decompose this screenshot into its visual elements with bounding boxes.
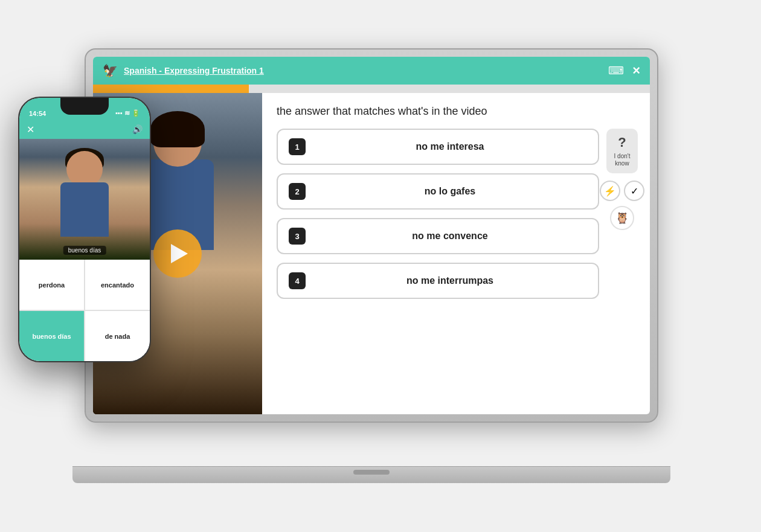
phone-video-area: buenos días bbox=[19, 139, 150, 260]
answer-number-2: 2 bbox=[289, 183, 306, 200]
check-icon: ✓ bbox=[631, 185, 638, 197]
answer-text-2: no lo gafes bbox=[313, 186, 587, 197]
phone-body: 14:54 ▪▪▪ ≋ 🔋 ✕ 🔊 buenos días bbox=[18, 97, 151, 362]
app-header-right: ⌨ × bbox=[608, 63, 640, 79]
app-title[interactable]: Spanish - Expressing Frustration 1 bbox=[124, 66, 264, 75]
phone-speaker-icon[interactable]: 🔊 bbox=[132, 124, 143, 134]
answer-text-4: no me interrumpas bbox=[313, 275, 587, 286]
phone-person-head bbox=[66, 151, 103, 187]
phone-answer-4[interactable]: de nada bbox=[85, 311, 150, 361]
phone: 14:54 ▪▪▪ ≋ 🔋 ✕ 🔊 buenos días bbox=[18, 97, 151, 362]
progress-bar-fill bbox=[93, 85, 249, 93]
answer-option-2[interactable]: 2 no lo gafes bbox=[277, 173, 599, 210]
laptop-notch bbox=[353, 470, 390, 475]
phone-app-bar: ✕ 🔊 bbox=[19, 120, 150, 139]
scene: 🦅 Spanish - Expressing Frustration 1 ⌨ × bbox=[0, 0, 761, 532]
answer-option-1[interactable]: 1 no me interesa bbox=[277, 129, 599, 165]
streak-owl-btn[interactable]: 🦉 bbox=[610, 206, 634, 230]
dont-know-button[interactable]: ? I don't know bbox=[606, 129, 638, 173]
quiz-instruction: the answer that matches what's in the vi… bbox=[277, 105, 638, 118]
dont-know-label: I don't know bbox=[610, 153, 634, 167]
phone-answer-text-1: perdona bbox=[39, 281, 65, 289]
phone-answer-1[interactable]: perdona bbox=[19, 260, 84, 310]
app-header: 🦅 Spanish - Expressing Frustration 1 ⌨ × bbox=[93, 57, 650, 85]
app-content: the answer that matches what's in the vi… bbox=[93, 93, 650, 414]
phone-answers-area: perdona encantado buenos días de nada bbox=[19, 260, 150, 361]
phone-caption: buenos días bbox=[63, 246, 106, 255]
phone-screen: 14:54 ▪▪▪ ≋ 🔋 ✕ 🔊 buenos días bbox=[19, 98, 150, 361]
phone-answer-3[interactable]: buenos días bbox=[19, 311, 84, 361]
keyboard-icon[interactable]: ⌨ bbox=[608, 64, 624, 77]
person-hair bbox=[150, 111, 205, 147]
app-logo-icon: 🦅 bbox=[103, 63, 118, 78]
help-column: ? I don't know ⚡ bbox=[606, 129, 638, 402]
phone-answer-2[interactable]: encantado bbox=[85, 260, 150, 310]
question-mark-icon: ? bbox=[618, 135, 626, 150]
app-header-left: 🦅 Spanish - Expressing Frustration 1 bbox=[103, 63, 264, 78]
play-button[interactable] bbox=[153, 229, 202, 278]
laptop-screen: 🦅 Spanish - Expressing Frustration 1 ⌨ × bbox=[93, 57, 650, 414]
phone-person-body bbox=[60, 182, 109, 237]
lightning-icon: ⚡ bbox=[604, 185, 616, 197]
progress-bar-container bbox=[93, 85, 650, 93]
check-icon-btn[interactable]: ✓ bbox=[624, 181, 644, 201]
answer-number-4: 4 bbox=[289, 272, 306, 289]
play-icon bbox=[171, 244, 188, 263]
side-icon-row: ⚡ ✓ bbox=[600, 181, 644, 201]
owl-icon: 🦉 bbox=[615, 211, 629, 225]
answers-list: 1 no me interesa 2 no lo gafes 3 bbox=[277, 129, 599, 402]
phone-answer-text-3: buenos días bbox=[32, 333, 71, 340]
answer-text-1: no me interesa bbox=[313, 141, 587, 152]
answer-option-4[interactable]: 4 no me interrumpas bbox=[277, 263, 599, 299]
phone-answer-text-2: encantado bbox=[101, 281, 134, 289]
laptop-base bbox=[72, 466, 670, 483]
lightning-icon-btn[interactable]: ⚡ bbox=[600, 181, 620, 201]
answer-text-3: no me convence bbox=[313, 231, 587, 242]
phone-answer-text-4: de nada bbox=[105, 333, 130, 340]
side-icons: ⚡ ✓ 🦉 bbox=[600, 181, 644, 230]
phone-time: 14:54 bbox=[29, 110, 46, 117]
laptop-body: 🦅 Spanish - Expressing Frustration 1 ⌨ × bbox=[85, 48, 658, 423]
phone-video-bg: buenos días bbox=[19, 139, 150, 260]
quiz-section: the answer that matches what's in the vi… bbox=[262, 93, 650, 414]
phone-close-icon[interactable]: ✕ bbox=[27, 124, 34, 135]
close-button[interactable]: × bbox=[632, 63, 640, 79]
phone-signal: ▪▪▪ ≋ 🔋 bbox=[115, 109, 140, 117]
answer-option-3[interactable]: 3 no me convence bbox=[277, 218, 599, 254]
answer-number-1: 1 bbox=[289, 138, 306, 155]
phone-notch bbox=[60, 98, 109, 115]
answer-number-3: 3 bbox=[289, 228, 306, 245]
answers-and-help: 1 no me interesa 2 no lo gafes 3 bbox=[277, 129, 638, 402]
laptop: 🦅 Spanish - Expressing Frustration 1 ⌨ × bbox=[85, 48, 658, 483]
app-window: 🦅 Spanish - Expressing Frustration 1 ⌨ × bbox=[93, 57, 650, 414]
